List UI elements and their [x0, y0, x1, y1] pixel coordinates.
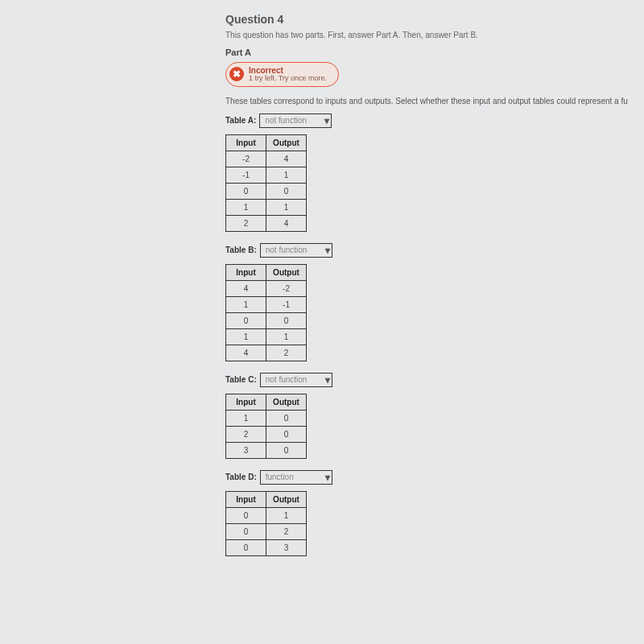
table-cell: 1	[226, 296, 266, 312]
table-cell: 1	[226, 328, 266, 345]
data-table: InputOutput-24-11001124	[225, 134, 307, 232]
table-row: 00	[226, 183, 307, 199]
incorrect-icon: ✖	[229, 67, 244, 81]
table-block-d: Table D:function▾InputOutput010203	[225, 470, 644, 556]
table-label-row: Table A:not function▾	[225, 114, 644, 134]
table-cell: 0	[226, 312, 266, 328]
function-select[interactable]: function▾	[260, 470, 332, 485]
chevron-down-icon: ▾	[325, 245, 330, 256]
column-header: Input	[226, 491, 266, 507]
table-label: Table A:	[225, 116, 256, 125]
table-row: 01	[226, 507, 307, 523]
table-cell: 1	[266, 507, 307, 523]
table-row: -24	[226, 151, 307, 167]
chevron-down-icon: ▾	[324, 115, 329, 126]
table-row: 20	[226, 426, 307, 442]
table-row: 00	[226, 312, 307, 328]
table-cell: 0	[226, 539, 266, 555]
table-cell: 0	[266, 312, 307, 328]
data-table: InputOutput102030	[225, 394, 307, 459]
question-prompt: These tables correspond to inputs and ou…	[225, 97, 644, 105]
column-header: Output	[266, 134, 307, 151]
table-cell: 4	[226, 280, 266, 296]
table-label: Table D:	[225, 473, 257, 481]
table-cell: 0	[266, 183, 307, 199]
table-cell: 4	[266, 151, 307, 167]
column-header: Output	[266, 394, 307, 410]
table-cell: 0	[266, 442, 307, 458]
table-cell: 4	[226, 345, 266, 361]
part-a-label: Part A	[225, 47, 644, 57]
function-select-value: not function	[266, 246, 322, 254]
table-cell: -1	[226, 167, 266, 183]
data-table: InputOutput4-21-1001142	[225, 264, 307, 361]
chevron-down-icon: ▾	[325, 374, 330, 386]
table-row: 24	[226, 215, 307, 231]
table-block-c: Table C:not function▾InputOutput102030	[225, 373, 644, 459]
table-cell: 0	[226, 183, 266, 199]
table-cell: 2	[266, 523, 307, 539]
table-cell: 1	[266, 167, 307, 183]
column-header: Input	[226, 264, 266, 280]
table-cell: 0	[226, 507, 266, 523]
table-row: 1-1	[226, 296, 307, 312]
table-label: Table B:	[225, 246, 257, 254]
feedback-pill: ✖ Incorrect 1 try left. Try once more.	[225, 62, 339, 87]
column-header: Output	[266, 491, 307, 507]
table-cell: 1	[266, 328, 307, 345]
column-header: Input	[226, 394, 266, 410]
table-row: 02	[226, 523, 307, 539]
data-table: InputOutput010203	[225, 491, 307, 556]
table-cell: 2	[226, 215, 266, 231]
column-header: Output	[266, 264, 307, 280]
table-cell: 2	[266, 345, 307, 361]
table-label-row: Table C:not function▾	[225, 373, 644, 394]
table-row: 30	[226, 442, 307, 458]
function-select-value: not function	[266, 375, 322, 384]
table-cell: 0	[226, 523, 266, 539]
table-row: 10	[226, 410, 307, 426]
function-select-value: not function	[265, 116, 321, 125]
table-cell: 1	[226, 410, 266, 426]
function-select[interactable]: not function▾	[260, 243, 332, 258]
table-cell: -2	[266, 280, 307, 296]
table-label: Table C:	[225, 375, 257, 384]
table-cell: 2	[226, 426, 266, 442]
table-row: 11	[226, 328, 307, 345]
table-cell: -1	[266, 296, 307, 312]
table-cell: 4	[266, 215, 307, 231]
table-label-row: Table D:function▾	[225, 470, 644, 491]
column-header: Input	[226, 134, 266, 151]
question-title: Question 4	[225, 13, 644, 26]
table-row: -11	[226, 167, 307, 183]
table-cell: 0	[266, 410, 307, 426]
table-row: 11	[226, 199, 307, 215]
table-cell: 3	[226, 442, 266, 458]
function-select[interactable]: not function▾	[260, 373, 332, 387]
feedback-text: Incorrect 1 try left. Try once more.	[249, 66, 327, 83]
table-row: 03	[226, 539, 307, 555]
feedback-tries: 1 try left. Try once more.	[249, 75, 327, 83]
table-row: 42	[226, 345, 307, 361]
table-block-b: Table B:not function▾InputOutput4-21-100…	[225, 243, 644, 361]
question-instructions: This question has two parts. First, answ…	[225, 31, 644, 39]
table-cell: 1	[226, 199, 266, 215]
table-cell: -2	[226, 151, 266, 167]
table-cell: 1	[266, 199, 307, 215]
table-label-row: Table B:not function▾	[225, 243, 644, 264]
table-cell: 3	[266, 539, 307, 555]
question-container: Question 4 This question has two parts. …	[225, 13, 644, 556]
table-block-a: Table A:not function▾InputOutput-24-1100…	[225, 114, 644, 232]
function-select[interactable]: not function▾	[259, 114, 332, 128]
function-select-value: function	[266, 473, 322, 481]
chevron-down-icon: ▾	[325, 472, 330, 483]
table-row: 4-2	[226, 280, 307, 296]
table-cell: 0	[266, 426, 307, 442]
